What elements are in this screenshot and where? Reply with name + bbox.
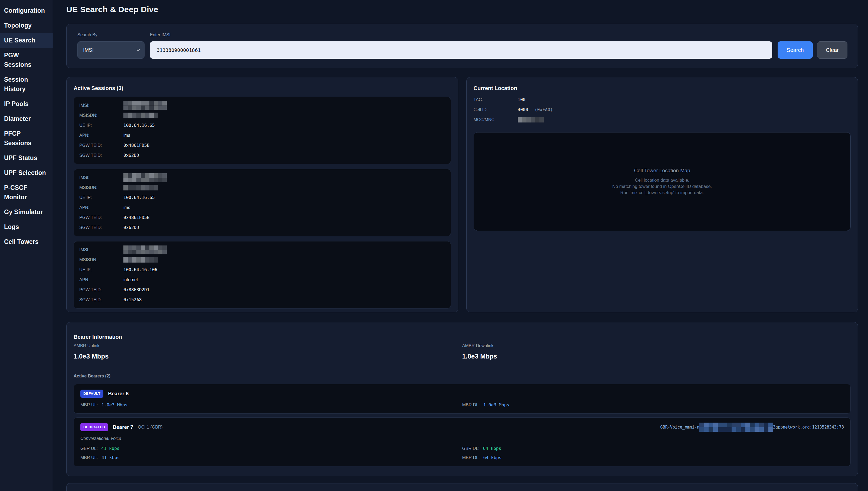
mbr-dl-value: 1.0e3 Mbps bbox=[483, 402, 509, 408]
default-badge: DEFAULT bbox=[80, 389, 103, 398]
sidebar-item-ue-search[interactable]: UE Search bbox=[0, 33, 53, 48]
search-panel: Search By IMSI Enter IMSI Search Clear bbox=[66, 24, 858, 68]
sgw-teid-label: SGW TEID: bbox=[79, 152, 124, 158]
sgw-teid-value: 0x152A8 bbox=[124, 297, 141, 303]
pgw-teid-label: PGW TEID: bbox=[79, 287, 124, 293]
session-card-1: IMSI: MSISDN: UE IP:100.64.16.65 APN:ims… bbox=[74, 97, 451, 164]
current-location-title: Current Location bbox=[473, 84, 851, 92]
bearer-qci: QCI 1 (GBR) bbox=[138, 425, 163, 430]
tft-redacted bbox=[699, 423, 773, 432]
mcc-mnc-label: MCC/MNC: bbox=[473, 117, 518, 123]
cell-id-value: 4000 bbox=[518, 107, 528, 113]
bearer-gbr-rows: GBR UL:41 kbps GBR DL:64 kbps bbox=[80, 445, 844, 452]
imsi-label: IMSI: bbox=[79, 103, 124, 109]
sgw-teid-value: 0x62DD bbox=[124, 152, 139, 158]
sidebar-item-cell-towers[interactable]: Cell Towers bbox=[0, 234, 53, 249]
imsi-input-label: Enter IMSI bbox=[150, 32, 772, 37]
page-title: UE Search & Deep Dive bbox=[66, 4, 858, 15]
bearer-name: Bearer 6 bbox=[108, 391, 129, 397]
imsi-value-redacted bbox=[124, 103, 167, 109]
active-sessions-title: Active Sessions (3) bbox=[74, 84, 451, 92]
sgw-teid-value: 0x62DD bbox=[124, 225, 139, 231]
gbr-dl-label: GBR DL: bbox=[462, 445, 480, 452]
sidebar-item-logs[interactable]: Logs bbox=[0, 220, 53, 234]
main-content: UE Search & Deep Dive Search By IMSI Ent… bbox=[53, 0, 868, 491]
bearer-mbr-rows: MBR UL:41 kbps MBR DL:64 kbps bbox=[80, 455, 844, 461]
active-sessions-panel: Active Sessions (3) IMSI: MSISDN: UE IP:… bbox=[66, 77, 458, 312]
mbr-ul-label: MBR UL: bbox=[80, 455, 98, 461]
sidebar-item-configuration[interactable]: Configuration bbox=[0, 3, 53, 18]
gbr-ul-label: GBR UL: bbox=[80, 445, 98, 452]
ambr-uplink-value: 1.0e3 Mbps bbox=[74, 352, 462, 361]
imsi-value-redacted bbox=[124, 175, 167, 181]
active-bearers-heading: Active Bearers (2) bbox=[74, 373, 851, 379]
imsi-value-redacted bbox=[124, 247, 167, 253]
ue-ip-value: 100.64.16.106 bbox=[124, 267, 157, 273]
apn-label: APN: bbox=[79, 277, 124, 283]
map-line-2: No matching tower found in OpenCellID da… bbox=[612, 183, 712, 190]
pgw-teid-label: PGW TEID: bbox=[79, 215, 124, 221]
search-by-select[interactable]: IMSI bbox=[77, 41, 144, 59]
location-rows: TAC:100 Cell ID:4000(0xFA0) MCC/MNC: bbox=[473, 97, 851, 123]
ambr-downlink-value: 1.0e3 Mbps bbox=[462, 352, 851, 361]
search-button[interactable]: Search bbox=[778, 41, 813, 59]
sidebar-item-topology[interactable]: Topology bbox=[0, 18, 53, 33]
ue-ip-label: UE IP: bbox=[79, 267, 124, 273]
tft-prefix: GBR-Voice_omni-n bbox=[660, 425, 700, 430]
imsi-label: IMSI: bbox=[79, 247, 124, 253]
mbr-dl-value: 64 kbps bbox=[483, 455, 501, 461]
sidebar-item-pcscf-monitor[interactable]: P-CSCF Monitor bbox=[0, 180, 53, 205]
bearer-tft: GBR-Voice_omni-n3gppnetwork.org;12135283… bbox=[660, 423, 844, 432]
msisdn-label: MSISDN: bbox=[79, 185, 124, 191]
msisdn-value-redacted bbox=[124, 185, 158, 191]
bearer-card-default: DEFAULT Bearer 6 MBR UL:1.0e3 Mbps MBR D… bbox=[74, 384, 851, 414]
cell-tower-map: Cell Tower Location Map Cell location da… bbox=[473, 132, 851, 231]
search-by-label: Search By bbox=[77, 32, 144, 37]
ambr-downlink-label: AMBR Downlink bbox=[462, 343, 851, 349]
sidebar-item-upf-selection[interactable]: UPF Selection bbox=[0, 166, 53, 180]
pgw-teid-value: 0x88F3D2D1 bbox=[124, 287, 150, 293]
sidebar-item-gy-simulator[interactable]: Gy Simulator bbox=[0, 205, 53, 220]
session-card-3: IMSI: MSISDN: UE IP:100.64.16.106 APN:in… bbox=[74, 241, 451, 309]
ambr-uplink-label: AMBR Uplink bbox=[74, 343, 462, 349]
pgw-teid-value: 0x4861FD5B bbox=[124, 143, 150, 148]
bearer-default-header: DEFAULT Bearer 6 bbox=[80, 389, 844, 398]
ue-ip-value: 100.64.16.65 bbox=[124, 122, 155, 128]
msisdn-label: MSISDN: bbox=[79, 113, 124, 118]
msisdn-value-redacted bbox=[124, 257, 158, 263]
bearer-dedicated-header: DEDICATED Bearer 7 QCI 1 (GBR) GBR-Voice… bbox=[80, 423, 844, 431]
ambr-uplink: AMBR Uplink 1.0e3 Mbps bbox=[74, 343, 462, 361]
tac-value: 100 bbox=[518, 97, 525, 103]
sidebar-item-upf-status[interactable]: UPF Status bbox=[0, 151, 53, 166]
mbr-ul-value: 41 kbps bbox=[102, 455, 119, 461]
ambr-grid: AMBR Uplink 1.0e3 Mbps AMBR Downlink 1.0… bbox=[74, 343, 851, 361]
imsi-input[interactable] bbox=[150, 41, 772, 59]
search-by-field: Search By IMSI bbox=[77, 32, 144, 59]
clear-button[interactable]: Clear bbox=[817, 41, 847, 59]
sgw-teid-label: SGW TEID: bbox=[79, 225, 124, 231]
bearer-name: Bearer 7 bbox=[113, 424, 133, 430]
mbr-dl-label: MBR DL: bbox=[462, 455, 480, 461]
apn-value: internet bbox=[124, 277, 138, 283]
sidebar-item-diameter[interactable]: Diameter bbox=[0, 111, 53, 126]
bearer-description: Conversational Voice bbox=[80, 436, 844, 441]
apn-value: ims bbox=[124, 133, 130, 139]
bearer-card-dedicated: DEDICATED Bearer 7 QCI 1 (GBR) GBR-Voice… bbox=[74, 417, 851, 466]
sidebar-item-pgw-sessions[interactable]: PGW Sessions bbox=[0, 48, 53, 72]
mcc-mnc-value-redacted bbox=[518, 117, 544, 123]
pgw-teid-label: PGW TEID: bbox=[79, 143, 124, 148]
sidebar-item-session-history[interactable]: Session History bbox=[0, 72, 53, 96]
mbr-ul-label: MBR UL: bbox=[80, 402, 98, 408]
cell-id-hex-value: (0xFA0) bbox=[535, 107, 553, 113]
sidebar-item-pfcp-sessions[interactable]: PFCP Sessions bbox=[0, 126, 53, 151]
bearer-default-rows: MBR UL:1.0e3 Mbps MBR DL:1.0e3 Mbps bbox=[80, 402, 844, 408]
ue-ip-label: UE IP: bbox=[79, 122, 124, 128]
app-root: Configuration Topology UE Search PGW Ses… bbox=[0, 0, 868, 491]
sidebar-item-ip-pools[interactable]: IP Pools bbox=[0, 96, 53, 111]
bearer-information-title: Bearer Information bbox=[74, 333, 851, 341]
apn-label: APN: bbox=[79, 205, 124, 211]
imsi-field: Enter IMSI bbox=[150, 32, 772, 59]
ambr-downlink: AMBR Downlink 1.0e3 Mbps bbox=[462, 343, 851, 361]
mbr-ul-value: 1.0e3 Mbps bbox=[102, 402, 128, 408]
imsi-label: IMSI: bbox=[79, 175, 124, 181]
